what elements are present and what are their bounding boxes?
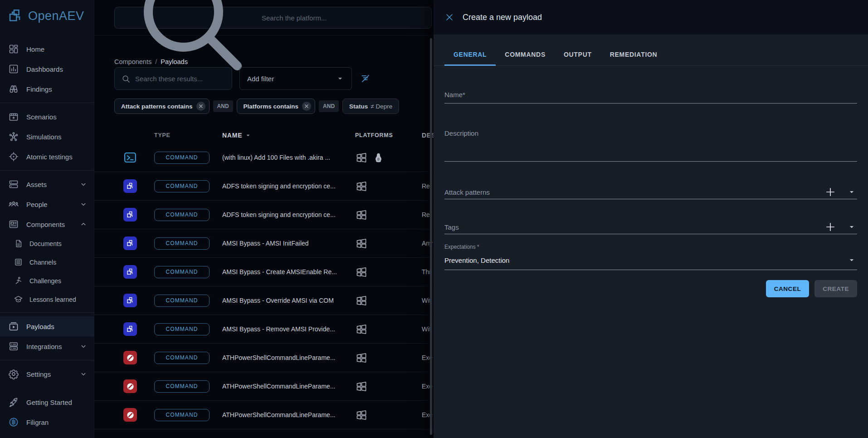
channels-icon (14, 257, 23, 267)
type-cell: COMMAND (154, 409, 222, 421)
filter-chip-status[interactable]: Status≠ Depre (342, 98, 399, 114)
sidebar-item-payloads[interactable]: Payloads (0, 316, 94, 336)
results-search-input[interactable] (135, 75, 225, 83)
column-header-name[interactable]: NAME (222, 132, 355, 139)
description-field[interactable]: Description (444, 129, 857, 162)
payload-name: ATHPowerShellCommandLineParame... (222, 411, 355, 418)
chevron-down-icon[interactable] (846, 187, 857, 197)
results-search[interactable] (114, 67, 232, 90)
sidebar-item-assets[interactable]: Assets (0, 174, 94, 194)
openaev-collector-icon (123, 322, 137, 336)
payload-type-cell (114, 236, 154, 250)
openaev-collector-icon (123, 208, 137, 221)
sidebar-nav: HomeDashboardsFindingsScenariosSimulatio… (0, 32, 94, 432)
payload-type-cell (114, 408, 154, 422)
sidebar-item-label: Channels (29, 259, 88, 266)
payload-type-cell (114, 322, 154, 336)
lessons-icon (14, 295, 23, 304)
type-cell: COMMAND (154, 380, 222, 393)
people-icon (8, 199, 19, 210)
expectations-label: Expectations * (444, 244, 857, 250)
sidebar-item-getting-started[interactable]: Getting Started (0, 392, 94, 412)
filter-operator-chip[interactable]: AND (213, 100, 233, 112)
sidebar-item-documents[interactable]: Documents (0, 234, 94, 253)
description-input-underline[interactable] (444, 161, 857, 162)
sidebar-item-scenarios[interactable]: Scenarios (0, 107, 94, 127)
filter-operator-chip[interactable]: AND (319, 100, 339, 112)
add-tag-icon[interactable] (824, 221, 836, 233)
global-search[interactable] (114, 7, 432, 29)
sidebar-item-label: Integrations (26, 343, 79, 350)
sidebar-item-components[interactable]: Components (0, 214, 94, 234)
create-payload-drawer: Create a new payload GENERALCOMMANDSOUTP… (434, 0, 868, 438)
cancel-button[interactable]: CANCEL (766, 280, 809, 297)
sidebar-item-atomic-testings[interactable]: Atomic testings (0, 147, 94, 167)
create-button[interactable]: CREATE (814, 280, 857, 297)
tab-commands[interactable]: COMMANDS (496, 44, 555, 65)
sidebar-item-settings[interactable]: Settings (0, 364, 94, 384)
windows-platform-icon (355, 237, 367, 250)
filter-chip-platforms-contains[interactable]: Platforms contains (237, 98, 316, 114)
drawer-tabs: GENERALCOMMANDSOUTPUTREMEDIATION (434, 44, 868, 66)
filter-chip-attack-patterns-contains[interactable]: Attack patterns contains (114, 98, 210, 114)
expectations-field[interactable]: Expectations * Prevention, Detection (444, 244, 857, 270)
breadcrumb-components[interactable]: Components (114, 58, 151, 65)
tab-output[interactable]: OUTPUT (555, 44, 601, 65)
tab-general[interactable]: GENERAL (444, 44, 496, 65)
settings-icon (8, 369, 19, 379)
expectations-underline (444, 270, 857, 270)
global-search-input[interactable] (262, 14, 425, 22)
chevron-down-icon (79, 180, 88, 188)
remove-filter-icon[interactable] (302, 102, 311, 111)
attack-patterns-field[interactable]: Attack patterns (444, 187, 857, 199)
sidebar-item-home[interactable]: Home (0, 39, 94, 59)
filigran-icon (8, 417, 19, 428)
rocket-icon (8, 397, 19, 408)
command-type-chip: COMMAND (154, 237, 210, 250)
clear-filters-icon[interactable] (360, 73, 371, 84)
command-type-chip: COMMAND (154, 409, 210, 421)
windows-platform-icon (355, 323, 367, 335)
sort-desc-icon (244, 132, 252, 139)
tags-field[interactable]: Tags (444, 221, 857, 234)
sidebar-item-findings[interactable]: Findings (0, 79, 94, 99)
add-attack-pattern-icon[interactable] (824, 186, 836, 198)
close-icon[interactable] (444, 12, 454, 22)
sidebar-item-lessons-learned[interactable]: Lessons learned (0, 290, 94, 309)
breadcrumb-separator: / (155, 58, 157, 65)
windows-platform-icon (355, 180, 367, 192)
home-icon (8, 44, 19, 54)
sidebar-item-dashboards[interactable]: Dashboards (0, 59, 94, 79)
atomic-red-team-icon (123, 408, 137, 422)
type-cell: COMMAND (154, 209, 222, 221)
sidebar-item-challenges[interactable]: Challenges (0, 271, 94, 290)
payload-name: AMSI Bypass - Create AMSIEnable Re... (222, 268, 355, 276)
type-cell: COMMAND (154, 323, 222, 335)
chevron-down-icon[interactable] (846, 221, 857, 232)
tab-remediation[interactable]: REMEDIATION (601, 44, 667, 65)
sidebar-item-label: Simulations (26, 133, 88, 141)
command-type-chip: COMMAND (154, 380, 210, 393)
remove-filter-icon[interactable] (196, 102, 205, 111)
payload-name: AMSI Bypass - Remove AMSI Provide... (222, 325, 355, 333)
name-field[interactable]: Name* (444, 91, 857, 103)
vertical-scrollbar[interactable] (430, 38, 432, 435)
type-cell: COMMAND (154, 295, 222, 307)
name-input-underline[interactable] (444, 103, 857, 103)
expectations-value: Prevention, Detection (444, 256, 846, 264)
chevron-down-icon (79, 370, 88, 378)
sidebar-item-channels[interactable]: Channels (0, 253, 94, 271)
chevron-down-icon[interactable] (846, 255, 857, 266)
sidebar: OpenAEV HomeDashboardsFindingsScenariosS… (0, 0, 94, 438)
type-cell: COMMAND (154, 180, 222, 192)
sidebar-item-simulations[interactable]: Simulations (0, 127, 94, 147)
chevron-down-icon (79, 342, 88, 350)
add-filter-select[interactable]: Add filter (239, 67, 352, 90)
platforms-cell (355, 323, 422, 335)
chevron-down-icon (79, 200, 88, 208)
platforms-cell (355, 409, 422, 421)
sidebar-item-people[interactable]: People (0, 194, 94, 214)
app-logo[interactable]: OpenAEV (0, 0, 94, 32)
sidebar-item-integrations[interactable]: Integrations (0, 336, 94, 356)
sidebar-item-filigran[interactable]: Filigran (0, 412, 94, 432)
